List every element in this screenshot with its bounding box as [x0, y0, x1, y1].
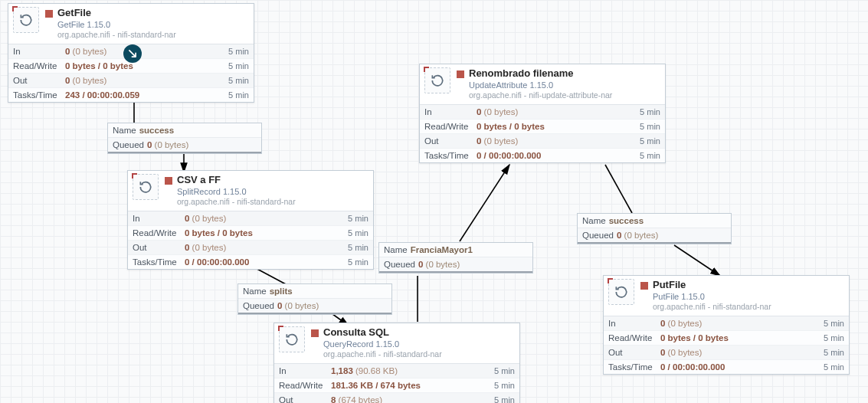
- processor-type: SplitRecord 1.15.0: [177, 186, 296, 197]
- processor-type: UpdateAttribute 1.15.0: [469, 80, 612, 90]
- processor-title: GetFile: [57, 7, 176, 19]
- status-stopped-icon: [457, 70, 464, 78]
- processor-type: QueryRecord 1.15.0: [323, 339, 442, 349]
- processor-type: GetFile 1.15.0: [57, 19, 176, 30]
- svg-line-5: [460, 165, 509, 241]
- processor-title: PutFile: [653, 279, 771, 291]
- processor-bundle: org.apache.nifi - nifi-standard-nar: [323, 349, 442, 359]
- connection-success-1[interactable]: Namesuccess Queued0 (0 bytes): [107, 123, 262, 154]
- connection-success-2[interactable]: Namesuccess Queued0 (0 bytes): [577, 213, 732, 244]
- processor-stats: In0 (0 bytes)5 min Read/Write0 bytes / 0…: [128, 211, 373, 269]
- svg-line-7: [674, 245, 720, 276]
- status-stopped-icon: [45, 10, 53, 18]
- processor-icon: [133, 174, 159, 200]
- processor-title: Consulta SQL: [323, 326, 442, 339]
- connection-franciamayor1[interactable]: NameFranciaMayor1 Queued0 (0 bytes): [378, 242, 533, 274]
- processor-renombrado-filename[interactable]: Renombrado filename UpdateAttribute 1.15…: [419, 64, 666, 163]
- processor-consulta-sql[interactable]: Consulta SQL QueryRecord 1.15.0 org.apac…: [274, 323, 520, 403]
- flow-arrow-icon: [123, 44, 142, 63]
- processor-stats: In0 (0 bytes)5 min Read/Write0 bytes / 0…: [420, 104, 665, 162]
- processor-stats: In1,183 (90.68 KB)5 min Read/Write181.36…: [274, 363, 519, 403]
- status-stopped-icon: [165, 177, 172, 185]
- processor-csv-a-ff[interactable]: CSV a FF SplitRecord 1.15.0 org.apache.n…: [127, 170, 374, 270]
- processor-title: Renombrado filename: [469, 67, 612, 80]
- status-stopped-icon: [640, 282, 648, 290]
- processor-bundle: org.apache.nifi - nifi-standard-nar: [57, 30, 176, 39]
- processor-bundle: org.apache.nifi - nifi-update-attribute-…: [469, 90, 612, 100]
- processor-bundle: org.apache.nifi - nifi-standard-nar: [177, 197, 296, 206]
- status-stopped-icon: [311, 329, 319, 337]
- flow-canvas[interactable]: GetFile GetFile 1.15.0 org.apache.nifi -…: [0, 0, 868, 403]
- processor-type: PutFile 1.15.0: [653, 291, 771, 302]
- processor-icon: [279, 326, 305, 352]
- processor-putfile[interactable]: PutFile PutFile 1.15.0 org.apache.nifi -…: [603, 275, 850, 375]
- processor-icon: [608, 279, 634, 305]
- processor-bundle: org.apache.nifi - nifi-standard-nar: [653, 302, 771, 311]
- processor-title: CSV a FF: [177, 174, 296, 186]
- svg-line-6: [605, 165, 632, 213]
- connection-splits[interactable]: Namesplits Queued0 (0 bytes): [237, 283, 392, 315]
- processor-stats: In0 (0 bytes)5 min Read/Write0 bytes / 0…: [604, 316, 849, 374]
- processor-icon: [13, 7, 39, 33]
- processor-icon: [424, 67, 450, 93]
